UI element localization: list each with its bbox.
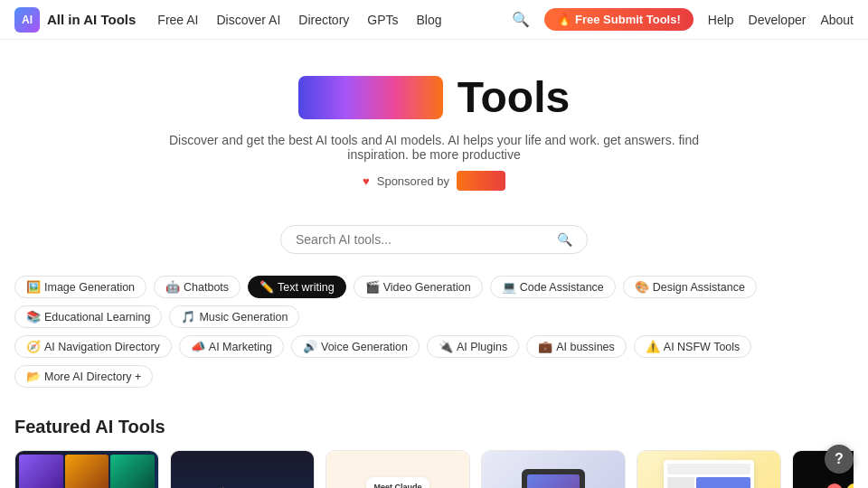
category-tag-chatbots[interactable]: 🤖Chatbots [154, 276, 241, 298]
category-icon: 🎬 [365, 280, 380, 294]
featured-title: Featured AI Tools [14, 417, 854, 437]
categories-section: 🖼️Image Generation🤖Chatbots✏️Text writin… [0, 276, 868, 402]
featured-card-claude[interactable]: Meet Claude AI by Anthropic Claude AI ↗ … [326, 450, 470, 488]
hero-section: Tools Discover and get the best AI tools… [0, 40, 868, 225]
about-link[interactable]: About [820, 13, 854, 27]
category-icon: 💼 [538, 340, 552, 353]
category-label: Chatbots [184, 281, 229, 294]
category-label: Video Generation [383, 281, 471, 294]
category-icon: 💻 [502, 280, 516, 294]
category-tag-code-assistance[interactable]: 💻Code Assistance [490, 276, 616, 298]
help-bubble[interactable]: ? [825, 445, 854, 474]
category-icon: 🎵 [181, 310, 195, 324]
category-icon: 🧭 [26, 340, 41, 353]
hero-title: Tools [458, 72, 570, 122]
sponsored-label: Sponsored by [377, 174, 449, 188]
featured-cards-row: Midjourney ↗ Midjourney is an independen… [14, 450, 854, 488]
category-label: Educational Learning [44, 311, 150, 324]
category-tag-ai-bussines[interactable]: 💼AI bussines [526, 335, 627, 358]
navbar: AI All in AI Tools Free AIDiscover AIDir… [0, 0, 868, 40]
category-label: Image Generation [44, 281, 135, 294]
featured-card-anime[interactable]: ✨ AI Anime AI Anime Generator ↗ Transfor… [170, 450, 315, 488]
nav-link-discover-ai[interactable]: Discover AI [216, 13, 280, 27]
category-tag-voice-generation[interactable]: 🔊Voice Generation [291, 335, 420, 358]
category-icon: ⚠️ [646, 340, 660, 353]
category-label: Text writing [278, 281, 335, 294]
search-submit-icon[interactable]: 🔍 [557, 232, 572, 247]
nav-right-links: Help Developer About [708, 13, 854, 27]
category-icon: ✏️ [259, 280, 274, 294]
nav-right: 🔍 🔥 Free Submit Tools! Help Developer Ab… [512, 8, 854, 31]
featured-section: Featured AI Tools Midjourney ↗ Midjourne… [0, 402, 868, 488]
search-icon[interactable]: 🔍 [512, 11, 530, 28]
category-label: AI Marketing [209, 341, 272, 353]
developer-link[interactable]: Developer [749, 13, 807, 27]
nav-link-blog[interactable]: Blog [417, 13, 442, 27]
logo[interactable]: AI All in AI Tools [14, 7, 136, 33]
category-label: AI Plugins [457, 341, 507, 353]
category-icon: 🎨 [635, 280, 649, 294]
featured-card-apple[interactable]: Apple Intelligence ↗ Apple Intelligence … [481, 450, 626, 488]
hero-sponsored: ♥ Sponsored by [14, 171, 854, 191]
category-icon: 📣 [191, 340, 205, 353]
heart-icon: ♥ [363, 174, 370, 188]
hero-title-wrap: Tools [14, 72, 854, 122]
category-icon: 📂 [26, 370, 41, 383]
category-label: AI Navigation Directory [44, 341, 160, 353]
category-tag-image-generation[interactable]: 🖼️Image Generation [14, 276, 146, 298]
nav-links: Free AIDiscover AIDirectoryGPTsBlog [157, 13, 441, 27]
category-row-1: 🖼️Image Generation🤖Chatbots✏️Text writin… [14, 276, 854, 328]
category-label: AI bussines [556, 341, 615, 353]
search-input[interactable] [296, 232, 550, 247]
category-icon: 📚 [26, 310, 41, 324]
category-label: Voice Generation [321, 341, 408, 353]
category-tag-educational-learning[interactable]: 📚Educational Learning [14, 305, 162, 328]
nav-link-gpts[interactable]: GPTs [367, 13, 398, 27]
category-label: Music Generation [199, 311, 288, 324]
sponsor-logo [457, 171, 505, 191]
category-tag-design-assistance[interactable]: 🎨Design Assistance [623, 276, 757, 298]
category-icon: 🤖 [165, 280, 180, 294]
logo-text: All in AI Tools [47, 12, 136, 27]
hero-subtitle: Discover and get the best AI tools and A… [163, 133, 705, 162]
category-tag-ai-marketing[interactable]: 📣AI Marketing [179, 335, 284, 358]
logo-icon: AI [14, 7, 40, 33]
featured-card-figma[interactable]: Figma AI ↗ Get started faster, find what… [637, 450, 781, 488]
category-label: Design Assistance [653, 281, 745, 294]
submit-tools-button[interactable]: 🔥 Free Submit Tools! [544, 8, 693, 31]
category-tag-video-generation[interactable]: 🎬Video Generation [354, 276, 483, 298]
nav-link-directory[interactable]: Directory [298, 13, 349, 27]
category-tag-ai-plugins[interactable]: 🔌AI Plugins [427, 335, 519, 358]
category-label: Code Assistance [520, 281, 604, 294]
category-label: AI NSFW Tools [664, 341, 741, 353]
category-tag-music-generation[interactable]: 🎵Music Generation [169, 305, 299, 328]
category-row-2: 🧭AI Navigation Directory📣AI Marketing🔊Vo… [14, 335, 854, 388]
hero-gradient-box [298, 76, 443, 119]
help-link[interactable]: Help [708, 13, 734, 27]
category-label: More AI Directory + [44, 371, 141, 383]
search-wrap: 🔍 [0, 225, 868, 254]
category-tag-more-ai-directory-+[interactable]: 📂More AI Directory + [14, 365, 153, 388]
nav-left: AI All in AI Tools Free AIDiscover AIDir… [14, 7, 442, 33]
featured-card-midjourney[interactable]: Midjourney ↗ Midjourney is an independen… [14, 450, 159, 488]
category-icon: 🖼️ [26, 280, 41, 294]
category-tag-ai-navigation-directory[interactable]: 🧭AI Navigation Directory [14, 335, 172, 358]
category-icon: 🔌 [439, 340, 453, 353]
nav-link-free-ai[interactable]: Free AI [157, 13, 198, 27]
category-icon: 🔊 [303, 340, 317, 353]
category-tag-text-writing[interactable]: ✏️Text writing [248, 276, 346, 298]
search-bar: 🔍 [280, 225, 588, 254]
category-tag-ai-nsfw-tools[interactable]: ⚠️AI NSFW Tools [634, 335, 752, 358]
